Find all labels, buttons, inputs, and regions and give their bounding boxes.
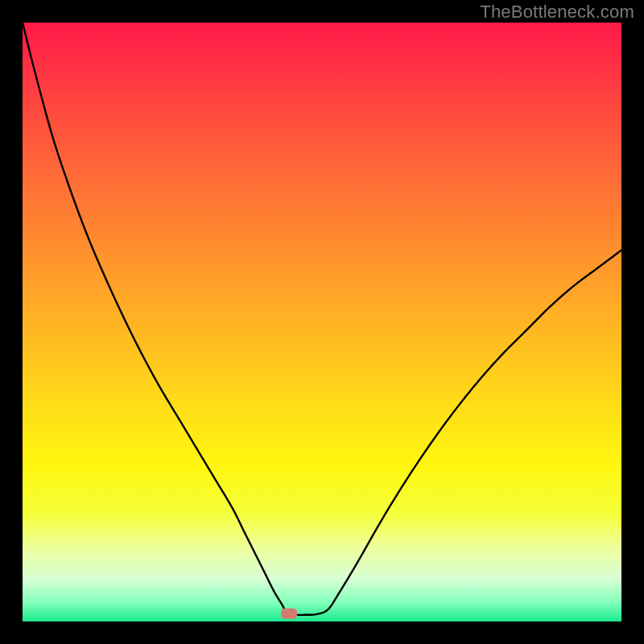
optimal-point-marker [281, 609, 297, 619]
watermark-text: TheBottleneck.com [480, 2, 634, 23]
plot-area [23, 23, 621, 621]
chart-svg [23, 23, 621, 621]
chart-frame: TheBottleneck.com [0, 0, 644, 644]
gradient-background [23, 23, 621, 621]
